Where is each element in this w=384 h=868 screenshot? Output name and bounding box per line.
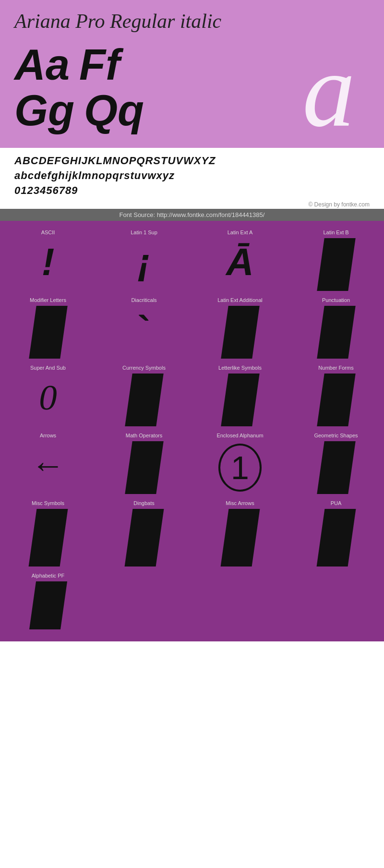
cell-label-arrows: Arrows xyxy=(40,433,56,438)
cell-label-latinexta: Latin Ext A xyxy=(228,229,253,235)
source-bar: Font Source: http://www.fontke.com/font/… xyxy=(0,209,384,221)
block-dingbats xyxy=(124,509,164,567)
cell-letterlike: Letterlike Symbols xyxy=(192,361,288,429)
glyph-preview: Aa Ff Gg Qq a xyxy=(14,37,370,143)
grid-row-2: Modifier Letters Diacriticals ` Latin Ex… xyxy=(0,293,384,361)
cell-label-numberforms: Number Forms xyxy=(318,365,353,371)
block-currency xyxy=(125,374,163,426)
cell-label-letterlike: Letterlike Symbols xyxy=(218,365,262,371)
cell-label-latinextb: Latin Ext B xyxy=(323,229,348,235)
glyph-qq: Qq xyxy=(84,88,144,133)
cell-block-letterlike xyxy=(225,374,256,426)
cell-latinextadd: Latin Ext Additional xyxy=(192,293,288,361)
cell-superandsub: Super And Sub 0 xyxy=(0,361,96,429)
cell-punctuation: Punctuation xyxy=(288,293,384,361)
cell-glyph-arrows: ← xyxy=(31,441,65,489)
top-section: Ariana Pro Regular italic Aa Ff Gg Qq a xyxy=(0,0,384,148)
block-latinextb xyxy=(317,238,355,291)
alphabet-upper: ABCDEFGHIJKLMNOPQRSTUVWXYZ xyxy=(14,154,370,169)
cell-latin1sup: Latin 1 Sup ¡ xyxy=(96,226,192,293)
cell-alphabeticpf: Alphabetic PF xyxy=(0,569,96,632)
glyph-left: Aa Ff Gg Qq xyxy=(14,42,144,133)
cell-latinextb: Latin Ext B xyxy=(288,226,384,293)
cell-label-latinextadd: Latin Ext Additional xyxy=(217,297,263,303)
block-geometric xyxy=(317,441,355,494)
block-letterlike xyxy=(221,374,259,426)
alphabet-digits: 0123456789 xyxy=(14,183,370,198)
cell-miscarrows: Misc Arrows xyxy=(192,496,288,569)
cell-block-latinextadd xyxy=(225,306,256,359)
cell-glyph-superandsub: 0 xyxy=(39,374,57,422)
cell-diacriticals: Diacriticals ` xyxy=(96,293,192,361)
block-latinextadd xyxy=(221,306,259,359)
block-alphabeticpf xyxy=(29,581,67,629)
cell-label-ascii: ASCII xyxy=(41,229,55,235)
grid-row-1: ASCII ! Latin 1 Sup ¡ Latin Ext A Ā Lati… xyxy=(0,226,384,293)
cell-mathoperators: Math Operators xyxy=(96,429,192,496)
glyph-gg: Gg xyxy=(14,88,74,133)
cell-dingbats: Dingbats xyxy=(96,496,192,569)
glyph-row-2: Gg Qq xyxy=(14,88,144,133)
cell-ascii: ASCII ! xyxy=(0,226,96,293)
cell-empty-2 xyxy=(192,569,288,632)
cell-label-miscsymbols: Misc Symbols xyxy=(32,500,64,506)
cell-empty-1 xyxy=(96,569,192,632)
block-modifier xyxy=(29,306,67,359)
alphabet-lower: abcdefghijklmnopqrstuvwxyz xyxy=(14,169,370,183)
cell-geometricshapes: Geometric Shapes xyxy=(288,429,384,496)
glyph-big-a: a xyxy=(302,37,355,143)
block-math xyxy=(125,441,163,494)
cell-block-latinextb xyxy=(321,238,352,291)
cell-label-alphabeticpf: Alphabetic PF xyxy=(32,573,64,579)
glyph-row-1: Aa Ff xyxy=(14,42,144,88)
cell-glyph-latinexta: Ā xyxy=(226,238,254,286)
block-punctuation xyxy=(317,306,355,359)
cell-block-numberforms xyxy=(321,374,352,426)
cell-block-modifier xyxy=(33,306,64,359)
cell-label-enclosed: Enclosed Alphanum xyxy=(216,433,263,438)
cell-glyph-enclosed: 1 xyxy=(218,444,262,492)
cell-latinexta: Latin Ext A Ā xyxy=(192,226,288,293)
block-miscarrows xyxy=(220,509,260,567)
cell-empty-3 xyxy=(288,569,384,632)
block-miscsymbols xyxy=(28,509,68,567)
cell-glyph-latin1sup: ¡ xyxy=(138,238,151,286)
block-pua xyxy=(316,509,356,567)
cell-pua: PUA xyxy=(288,496,384,569)
cell-label-mathoperators: Math Operators xyxy=(126,433,162,438)
cell-label-latin1sup: Latin 1 Sup xyxy=(131,229,157,235)
cell-label-modifierletters: Modifier Letters xyxy=(30,297,66,303)
cell-block-math xyxy=(129,441,160,494)
font-title: Ariana Pro Regular italic xyxy=(14,10,370,33)
cell-block-currency xyxy=(129,374,160,426)
cell-label-dingbats: Dingbats xyxy=(133,500,154,506)
cell-enclosed: Enclosed Alphanum 1 xyxy=(192,429,288,496)
cell-label-punctuation: Punctuation xyxy=(322,297,350,303)
cell-label-pua: PUA xyxy=(331,500,342,506)
cell-label-currency: Currency Symbols xyxy=(122,365,166,371)
grid-row-3: Super And Sub 0 Currency Symbols Letterl… xyxy=(0,361,384,429)
cell-label-diacriticals: Diacriticals xyxy=(131,297,156,303)
cell-circled-wrapper: 1 xyxy=(218,441,262,492)
cell-label-geometric: Geometric Shapes xyxy=(314,433,358,438)
alphabet-section: ABCDEFGHIJKLMNOPQRSTUVWXYZ abcdefghijklm… xyxy=(0,148,384,200)
cell-block-miscsymbols xyxy=(33,509,64,567)
block-numberforms xyxy=(317,374,355,426)
grid-row-5: Misc Symbols Dingbats Misc Arrows PUA xyxy=(0,496,384,569)
cell-glyph-ascii: ! xyxy=(42,238,55,286)
grid-section: ASCII ! Latin 1 Sup ¡ Latin Ext A Ā Lati… xyxy=(0,221,384,641)
cell-block-pua xyxy=(321,509,352,567)
cell-block-miscarrows xyxy=(225,509,256,567)
cell-block-punctuation xyxy=(321,306,352,359)
cell-numberforms: Number Forms xyxy=(288,361,384,429)
cell-label-miscarrows: Misc Arrows xyxy=(226,500,254,506)
cell-block-geometric xyxy=(321,441,352,494)
cell-glyph-diacriticals: ` xyxy=(138,306,151,354)
grid-row-6: Alphabetic PF xyxy=(0,569,384,632)
cell-arrows: Arrows ← xyxy=(0,429,96,496)
glyph-aa: Aa xyxy=(14,42,70,88)
grid-row-4: Arrows ← Math Operators Enclosed Alphanu… xyxy=(0,429,384,496)
cell-label-superandsub: Super And Sub xyxy=(30,365,66,371)
cell-modifierletters: Modifier Letters xyxy=(0,293,96,361)
cell-currency: Currency Symbols xyxy=(96,361,192,429)
